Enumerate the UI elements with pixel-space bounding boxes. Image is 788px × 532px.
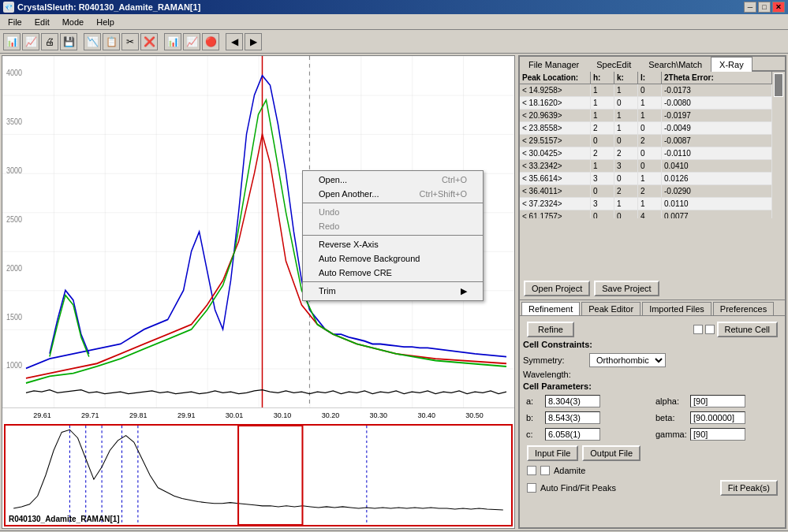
gamma-param-row: gamma: [90] [655, 428, 779, 441]
cell-1-1: 1 [591, 97, 614, 109]
toolbar-btn-9[interactable]: 📊 [164, 33, 181, 50]
ctx-undo: Undo [303, 205, 483, 219]
main-tab-bar: File Manager SpecEdit Search\Match X-Ray [520, 57, 785, 72]
col-peak-location: Peak Location: [520, 72, 591, 84]
table-row[interactable]: < 14.9258>110-0.0173 [520, 84, 772, 97]
ctx-trim[interactable]: Trim ▶ [303, 284, 483, 299]
project-buttons: Open Project Save Project [520, 277, 785, 300]
cell-2-0: < 20.9639> [520, 110, 591, 121]
a-param-row: a: 8.304(3) [526, 395, 649, 407]
svg-rect-11 [6, 426, 511, 525]
output-file-button[interactable]: Output File [582, 445, 640, 461]
input-file-button[interactable]: Input File [527, 445, 578, 461]
svg-text:1000: 1000 [6, 361, 22, 370]
app-icon: 💎 [3, 2, 14, 13]
menu-help[interactable]: Help [90, 16, 121, 28]
open-project-button[interactable]: Open Project [524, 281, 590, 296]
toolbar-btn-1[interactable]: 📊 [3, 33, 21, 50]
a-value: 8.304(3) [545, 395, 600, 407]
table-row[interactable]: < 23.8558>210-0.0049 [520, 122, 772, 135]
cell-8-3: 2 [638, 185, 662, 197]
minimize-button[interactable]: ─ [744, 2, 756, 13]
cell-0-0: < 14.9258> [520, 84, 591, 96]
toolbar-nav-back[interactable]: ◀ [226, 33, 243, 50]
retune-cell-button[interactable]: Retune Cell [717, 322, 778, 337]
refine-button[interactable]: Refine [527, 322, 574, 337]
ctx-open-another[interactable]: Open Another... Ctrl+Shift+O [303, 187, 483, 201]
cell-6-2: 3 [614, 160, 638, 172]
table-row[interactable]: < 29.5157>002-0.0087 [520, 135, 772, 147]
wavelength-label: Wavelength: [523, 370, 586, 379]
ctx-auto-remove-bg[interactable]: Auto Remove Background [303, 251, 483, 266]
mineral-checkbox-1[interactable] [527, 466, 536, 475]
symmetry-select[interactable]: Orthorhombic Cubic Tetragonal Hexagonal … [589, 353, 666, 367]
table-row[interactable]: < 33.2342>1300.0410 [520, 160, 772, 173]
ctx-reverse-x[interactable]: Reverse X-Axis [303, 237, 483, 251]
table-row[interactable]: < 20.9639>111-0.0197 [520, 110, 772, 122]
refine-checkbox-1[interactable] [693, 325, 703, 334]
tab-imported-files[interactable]: Imported Files [642, 302, 711, 315]
tab-file-manager[interactable]: File Manager [520, 57, 588, 72]
toolbar-btn-3[interactable]: 🖨 [41, 33, 58, 50]
maximize-button[interactable]: □ [758, 2, 771, 13]
x-axis-labels: 29.61 29.71 29.81 29.91 30.01 30.10 30.2… [2, 408, 514, 422]
cell-6-4: 0.0410 [662, 160, 772, 172]
cell-3-3: 0 [638, 122, 662, 134]
tab-spec-edit[interactable]: SpecEdit [588, 57, 640, 72]
tab-x-ray[interactable]: X-Ray [711, 57, 753, 72]
toolbar-btn-2[interactable]: 📈 [22, 33, 39, 50]
fit-peaks-button[interactable]: Fit Peak(s) [720, 480, 778, 496]
c-label: c: [526, 430, 542, 439]
table-row[interactable]: < 61.1757>0040.0077 [520, 210, 772, 218]
toolbar-btn-7[interactable]: ✂ [121, 33, 139, 50]
toolbar-btn-11[interactable]: 🔴 [202, 33, 219, 50]
cell-7-2: 0 [614, 173, 638, 184]
ctx-open[interactable]: Open... Ctrl+O [303, 173, 483, 187]
toolbar-btn-6[interactable]: 📋 [103, 33, 120, 50]
toolbar-btn-5[interactable]: 📉 [84, 33, 101, 50]
cell-1-4: -0.0080 [662, 97, 772, 109]
cell-constraints-row: Cell Constraints: [523, 340, 782, 351]
toolbar-nav-forward[interactable]: ▶ [245, 33, 262, 50]
cell-5-2: 2 [614, 147, 638, 159]
tab-peak-editor[interactable]: Peak Editor [581, 302, 640, 315]
tab-search-match[interactable]: Search\Match [640, 57, 711, 72]
cell-7-0: < 35.6614> [520, 173, 591, 184]
table-row[interactable]: < 30.0425>220-0.0110 [520, 147, 772, 160]
alpha-label: alpha: [655, 396, 687, 406]
table-row[interactable]: < 36.4011>022-0.0290 [520, 185, 772, 198]
cell-6-3: 0 [638, 160, 662, 172]
cell-10-0: < 61.1757> [520, 210, 591, 218]
table-body[interactable]: < 14.9258>110-0.0173< 18.1620>101-0.0080… [520, 84, 772, 218]
auto-find-checkbox[interactable] [527, 483, 536, 493]
menu-mode[interactable]: Mode [56, 16, 91, 28]
mineral-checkbox-2[interactable] [540, 466, 550, 475]
save-project-button[interactable]: Save Project [594, 281, 659, 296]
main-chart[interactable]: 4000 3500 3000 2500 2000 1500 1000 [2, 56, 514, 408]
refine-checkbox-2[interactable] [705, 325, 715, 334]
b-param-row: b: 8.543(3) [526, 411, 649, 424]
overview-chart[interactable]: R040130_Adamite_RAMAN[1] [4, 424, 513, 526]
close-button[interactable]: ✕ [772, 2, 785, 13]
menu-edit[interactable]: Edit [28, 16, 56, 28]
mineral-row: Adamite [523, 463, 782, 478]
toolbar-btn-10[interactable]: 📈 [183, 33, 200, 50]
cell-4-1: 0 [591, 135, 614, 147]
beta-label: beta: [655, 413, 687, 422]
tab-preferences[interactable]: Preferences [713, 302, 774, 315]
tab-refinement[interactable]: Refinement [521, 302, 580, 315]
a-label: a: [526, 396, 542, 406]
table-scrollbar[interactable] [772, 72, 785, 218]
table-row[interactable]: < 35.6614>3010.0126 [520, 173, 772, 185]
menu-file[interactable]: File [2, 16, 28, 28]
cell-8-1: 0 [591, 185, 614, 197]
toolbar-btn-4[interactable]: 💾 [60, 33, 77, 50]
title-bar: 💎 CrystalSleuth: R040130_Adamite_RAMAN[1… [0, 0, 788, 14]
table-row[interactable]: < 37.2324>3110.0110 [520, 198, 772, 210]
ctx-auto-remove-cre[interactable]: Auto Remove CRE [303, 266, 483, 280]
toolbar-btn-8[interactable]: ❌ [140, 33, 158, 50]
cell-2-4: -0.0197 [662, 110, 772, 121]
table-row[interactable]: < 18.1620>101-0.0080 [520, 97, 772, 110]
alpha-value: [90] [690, 395, 745, 407]
chart-bottom-label: R040130_Adamite_RAMAN[1] [9, 515, 120, 523]
